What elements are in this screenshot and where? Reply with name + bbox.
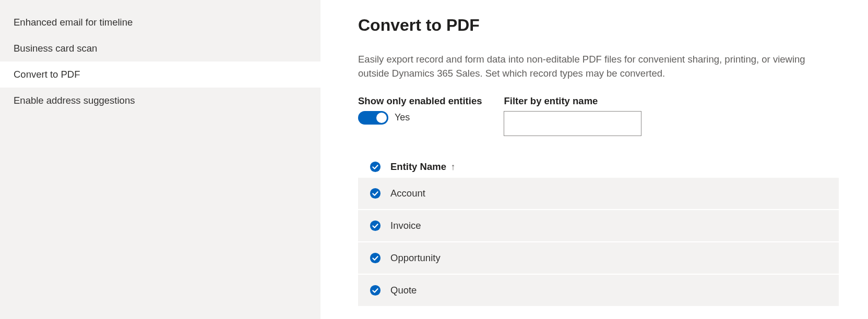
toggle-value-text: Yes bbox=[395, 112, 410, 123]
table-row[interactable]: Invoice bbox=[358, 210, 839, 242]
sidebar-item-convert-to-pdf[interactable]: Convert to PDF bbox=[0, 62, 320, 88]
show-enabled-toggle[interactable] bbox=[358, 111, 388, 125]
sidebar-item-label: Business card scan bbox=[14, 43, 97, 54]
page-title: Convert to PDF bbox=[358, 16, 839, 35]
entity-name-cell: Opportunity bbox=[390, 252, 441, 264]
table-header[interactable]: Entity Name ↑ bbox=[358, 156, 839, 178]
controls-row: Show only enabled entities Yes Filter by… bbox=[358, 95, 839, 136]
toggle-group: Show only enabled entities Yes bbox=[358, 95, 482, 136]
sidebar-item-enhanced-email[interactable]: Enhanced email for timeline bbox=[0, 9, 320, 35]
row-check-icon[interactable] bbox=[370, 252, 381, 264]
entity-table: Entity Name ↑ Account Invoice Opportun bbox=[358, 156, 839, 307]
row-check-icon[interactable] bbox=[370, 220, 381, 231]
entity-name-cell: Account bbox=[390, 188, 425, 199]
toggle-row: Yes bbox=[358, 111, 482, 125]
sidebar-item-label: Enable address suggestions bbox=[14, 95, 135, 106]
select-all-check-icon[interactable] bbox=[370, 161, 381, 173]
table-row[interactable]: Account bbox=[358, 178, 839, 210]
sidebar: Enhanced email for timeline Business car… bbox=[0, 0, 320, 319]
row-check-icon[interactable] bbox=[370, 188, 381, 199]
filter-label: Filter by entity name bbox=[504, 95, 641, 107]
svg-point-1 bbox=[370, 188, 381, 199]
table-row[interactable]: Quote bbox=[358, 275, 839, 307]
sidebar-item-enable-address-suggestions[interactable]: Enable address suggestions bbox=[0, 88, 320, 114]
entity-name-cell: Invoice bbox=[390, 220, 421, 231]
row-check-icon[interactable] bbox=[370, 285, 381, 296]
sort-ascending-icon: ↑ bbox=[450, 162, 455, 172]
table-row[interactable]: Opportunity bbox=[358, 242, 839, 275]
main-content: Convert to PDF Easily export record and … bbox=[320, 0, 868, 319]
page-description: Easily export record and form data into … bbox=[358, 53, 838, 81]
filter-entity-input[interactable] bbox=[504, 111, 641, 136]
svg-point-4 bbox=[370, 285, 381, 296]
svg-point-3 bbox=[370, 253, 381, 263]
sidebar-item-business-card-scan[interactable]: Business card scan bbox=[0, 35, 320, 62]
svg-point-2 bbox=[370, 220, 381, 231]
entity-name-cell: Quote bbox=[390, 285, 417, 296]
column-header-label: Entity Name bbox=[390, 161, 446, 172]
sidebar-item-label: Enhanced email for timeline bbox=[14, 17, 133, 28]
column-header-entity-name[interactable]: Entity Name ↑ bbox=[390, 161, 455, 173]
toggle-label: Show only enabled entities bbox=[358, 95, 482, 107]
toggle-knob bbox=[376, 113, 387, 123]
svg-point-0 bbox=[370, 162, 381, 172]
filter-group: Filter by entity name bbox=[504, 95, 641, 136]
sidebar-item-label: Convert to PDF bbox=[14, 69, 80, 80]
